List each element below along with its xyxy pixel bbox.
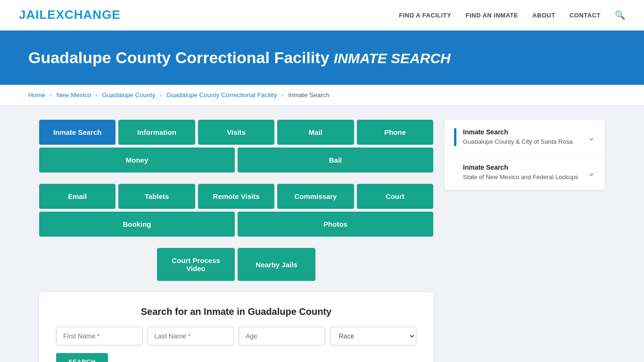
nav-buttons-row2: Email Tablets Remote Visits Commissary C… — [39, 184, 433, 237]
chevron-down-icon: ⌄ — [587, 132, 595, 143]
btn-information[interactable]: Information — [118, 120, 195, 145]
breadcrumb: Home › New Mexico › Guadalupe County › G… — [0, 85, 644, 106]
nav-buttons-row3: Court Process Video Nearby Jails — [39, 248, 433, 281]
sidebar-accent-bar — [454, 128, 456, 146]
nav-find-inmate[interactable]: FIND AN INMATE — [465, 11, 518, 19]
btn-inmate-search[interactable]: Inmate Search — [39, 120, 116, 145]
breadcrumb-home[interactable]: Home — [28, 91, 45, 99]
sidebar-item-new-mexico-subtitle: State of New Mexico and Federal Lockups — [463, 173, 578, 181]
nav-about[interactable]: ABOUT — [532, 11, 555, 19]
btn-money[interactable]: Money — [39, 148, 235, 173]
sidebar-item-new-mexico[interactable]: Inmate Search State of New Mexico and Fe… — [445, 155, 605, 190]
first-name-input[interactable] — [56, 327, 143, 346]
sidebar-item-guadalupe[interactable]: Inmate Search Guadalupe County & City of… — [445, 120, 605, 155]
btn-mail[interactable]: Mail — [277, 120, 354, 145]
btn-booking[interactable]: Booking — [39, 212, 235, 237]
sidebar-card: Inmate Search Guadalupe County & City of… — [445, 120, 605, 190]
brand-suffix: EXCHANGE — [47, 8, 120, 22]
btn-court[interactable]: Court — [357, 184, 433, 209]
sidebar-item-new-mexico-title: Inmate Search — [463, 164, 578, 171]
breadcrumb-current: Inmate Search — [288, 91, 330, 99]
nav-links: FIND A FACILITY FIND AN INMATE ABOUT CON… — [399, 10, 625, 20]
last-name-input[interactable] — [148, 327, 234, 346]
chevron-down-icon-2: ⌄ — [587, 167, 595, 178]
age-input[interactable] — [239, 327, 325, 346]
search-card: Search for an Inmate in Guadalupe County… — [39, 292, 433, 362]
hero-banner: Guadalupe County Correctional Facility I… — [0, 31, 644, 85]
btn-phone[interactable]: Phone — [357, 120, 433, 145]
main-content: Inmate Search Information Visits Mail Ph… — [20, 106, 624, 362]
sidebar-item-guadalupe-subtitle: Guadalupe County & City of Santa Rosa — [463, 138, 573, 146]
search-card-title: Search for an Inmate in Guadalupe County — [56, 306, 416, 317]
race-select[interactable]: Race White Black Hispanic Asian Other — [330, 327, 417, 346]
btn-remote-visits[interactable]: Remote Visits — [198, 184, 274, 209]
breadcrumb-facility[interactable]: Guadalupe County Correctional Facility — [166, 91, 277, 99]
btn-photos[interactable]: Photos — [238, 212, 433, 237]
btn-nearby-jails[interactable]: Nearby Jails — [238, 248, 315, 281]
btn-commissary[interactable]: Commissary — [277, 184, 354, 209]
nav-search[interactable]: 🔍 — [615, 10, 625, 20]
brand-logo[interactable]: JAILEXCHANGE — [19, 8, 121, 22]
btn-visits[interactable]: Visits — [198, 120, 274, 145]
breadcrumb-guadalupe-county[interactable]: Guadalupe County — [102, 91, 156, 99]
nav-buttons-row1: Inmate Search Information Visits Mail Ph… — [39, 120, 433, 173]
btn-email[interactable]: Email — [39, 184, 116, 209]
nav-contact[interactable]: CONTACT — [570, 11, 601, 19]
page-title: Guadalupe County Correctional Facility I… — [28, 49, 616, 67]
nav-find-facility[interactable]: FIND A FACILITY — [399, 11, 451, 19]
search-form-row: Race White Black Hispanic Asian Other — [56, 327, 416, 346]
navbar: JAILEXCHANGE FIND A FACILITY FIND AN INM… — [0, 0, 644, 31]
btn-bail[interactable]: Bail — [238, 148, 433, 173]
brand-prefix: JAIL — [19, 8, 47, 22]
search-icon-button[interactable]: 🔍 — [615, 10, 625, 20]
btn-court-process-video[interactable]: Court Process Video — [157, 248, 235, 281]
right-sidebar: Inmate Search Guadalupe County & City of… — [445, 120, 605, 362]
btn-tablets[interactable]: Tablets — [118, 184, 195, 209]
search-button[interactable]: SEARCH — [56, 353, 108, 362]
sidebar-item-guadalupe-title: Inmate Search — [463, 128, 573, 136]
left-column: Inmate Search Information Visits Mail Ph… — [39, 120, 433, 362]
breadcrumb-new-mexico[interactable]: New Mexico — [57, 91, 91, 99]
